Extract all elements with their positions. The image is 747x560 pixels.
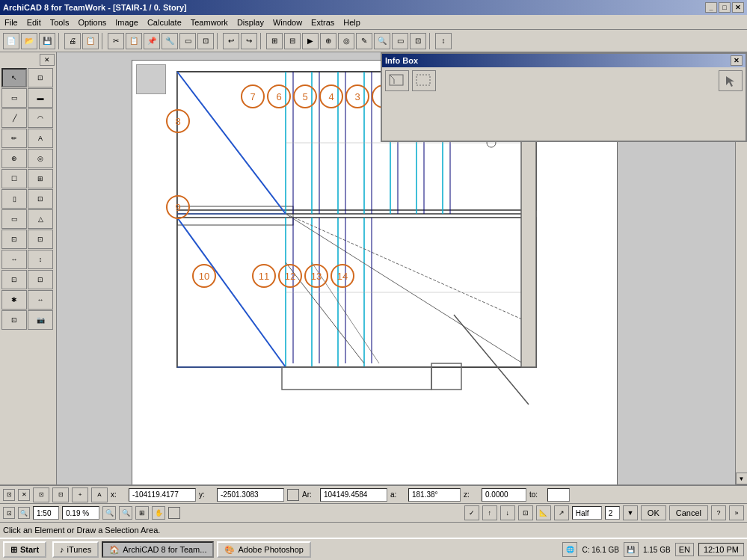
arrow-btn[interactable]: ↗ — [554, 505, 569, 520]
status-icon5[interactable]: + — [72, 487, 88, 502]
close-button[interactable]: ✕ — [732, 2, 744, 13]
zoom-fit-btn[interactable]: ⊞ — [135, 506, 149, 520]
y-field[interactable]: -2501.3083 — [217, 488, 284, 502]
menu-tools[interactable]: Tools — [46, 16, 74, 28]
toolbar-btn16[interactable]: ⊡ — [410, 33, 426, 49]
status-icon6[interactable]: A — [91, 487, 108, 502]
menu-extras[interactable]: Extras — [307, 16, 339, 28]
taskbar-photoshop[interactable]: 🎨 Adobe Photoshop — [217, 541, 310, 558]
measure-btn[interactable]: 📐 — [536, 505, 551, 520]
info-box-arrow-btn[interactable] — [719, 70, 743, 91]
toolbar-paste[interactable]: 📌 — [144, 33, 160, 49]
half-field[interactable]: Half — [572, 506, 602, 520]
tool-text[interactable]: ✏ — [1, 129, 27, 148]
z-field[interactable]: 0.0000 — [482, 488, 526, 502]
tool-column[interactable]: ⊡ — [28, 189, 53, 209]
left-toolbar-close[interactable]: ✕ — [40, 54, 55, 66]
toolbar-btn13[interactable]: ✎ — [356, 33, 372, 49]
toolbar-btn5[interactable]: 🔧 — [162, 33, 178, 49]
bottom-icon2[interactable]: 🔍 — [18, 507, 30, 519]
status-icon3[interactable]: ⊡ — [33, 487, 49, 502]
toolbar-open[interactable]: 📂 — [21, 33, 37, 49]
tool-object[interactable]: ⊡ — [28, 230, 53, 249]
zoom-in-btn[interactable]: 🔍 — [119, 506, 132, 520]
menu-edit[interactable]: Edit — [22, 16, 46, 28]
taskbar-itunes[interactable]: ♪ iTunes — [52, 541, 99, 558]
zoom-pan-btn[interactable]: ✋ — [152, 506, 165, 520]
tool-dimension[interactable]: ↔ — [1, 250, 27, 269]
ok-button[interactable]: OK — [641, 505, 666, 520]
tool-roof[interactable]: △ — [28, 209, 53, 229]
status-icon1[interactable]: ⊡ — [3, 489, 15, 501]
scale-field[interactable]: 1:50 — [33, 506, 59, 520]
half-num-field[interactable]: 2 — [605, 506, 620, 520]
minimize-button[interactable]: _ — [705, 2, 717, 13]
toolbar-redo[interactable]: ↪ — [241, 33, 257, 49]
tool-door[interactable]: ☐ — [1, 169, 27, 188]
zoom-field[interactable]: 0.19 % — [62, 506, 99, 520]
to-field[interactable] — [547, 488, 570, 502]
dropdown-btn[interactable]: ▼ — [623, 505, 638, 520]
info-box-btn2[interactable] — [412, 70, 436, 91]
toolbar-undo[interactable]: ↩ — [223, 33, 239, 49]
tool-arrow[interactable]: ↖ — [1, 68, 27, 87]
info-box-close[interactable]: ✕ — [731, 55, 743, 66]
canvas-area[interactable]: Info Box ✕ — [57, 52, 747, 484]
info-box-btn1[interactable] — [385, 70, 409, 91]
tool-arc[interactable]: ◠ — [28, 108, 53, 128]
start-button[interactable]: ⊞ Start — [3, 541, 46, 558]
tool-rect[interactable]: ▬ — [28, 88, 53, 108]
tool-wall[interactable]: ▯ — [1, 189, 27, 209]
toolbar-btn9[interactable]: ⊟ — [284, 33, 301, 49]
menu-file[interactable]: File — [0, 16, 22, 28]
cancel-button[interactable]: Cancel — [669, 505, 708, 520]
calc-btn[interactable]: ⊡ — [518, 505, 533, 520]
bottom-icon1[interactable]: ⊡ — [3, 507, 15, 519]
ar-field[interactable]: 104149.4584 — [320, 488, 387, 502]
check-btn[interactable]: ✓ — [464, 505, 479, 520]
help-btn[interactable]: ? — [711, 505, 726, 520]
toolbar-save[interactable]: 💾 — [39, 33, 55, 49]
scroll-down[interactable]: ▼ — [736, 473, 748, 484]
tool-polyline[interactable]: ╱ — [1, 108, 27, 128]
tool-window[interactable]: ⊞ — [28, 169, 53, 188]
toolbar-btn10[interactable]: ▶ — [302, 33, 319, 49]
toolbar-copy[interactable]: 📋 — [126, 33, 142, 49]
tool-select-box[interactable]: ⊡ — [28, 68, 53, 87]
toolbar-print2[interactable]: 📋 — [82, 33, 99, 49]
tool-elevation[interactable]: ↔ — [28, 290, 53, 310]
zoom-out-btn[interactable]: 🔍 — [102, 506, 116, 520]
tool-stair[interactable]: ⊡ — [1, 230, 27, 249]
tool-figure[interactable]: ◎ — [28, 149, 53, 168]
toolbar-cut[interactable]: ✂ — [108, 33, 124, 49]
up-btn[interactable]: ↑ — [482, 505, 497, 520]
menu-help[interactable]: Help — [339, 16, 365, 28]
tool-line[interactable]: ▭ — [1, 88, 27, 108]
toolbar-btn17[interactable]: ↕ — [435, 33, 452, 49]
expand-btn[interactable]: » — [729, 505, 744, 520]
tool-slab[interactable]: ▭ — [1, 209, 27, 229]
tool-radial-dim[interactable]: ↕ — [28, 250, 53, 269]
a-field[interactable]: 181.38° — [408, 488, 461, 502]
menu-window[interactable]: Window — [268, 16, 307, 28]
tool-level-dim[interactable]: ⊡ — [1, 270, 27, 289]
tool-camera2[interactable]: 📷 — [28, 310, 53, 330]
status-icon4[interactable]: ⊡ — [52, 487, 69, 502]
tool-angle-dim[interactable]: ⊡ — [28, 270, 53, 289]
toolbar-btn12[interactable]: ◎ — [338, 33, 354, 49]
menu-options[interactable]: Options — [73, 16, 111, 28]
tool-label[interactable]: A — [28, 129, 53, 148]
down-btn[interactable]: ↓ — [500, 505, 515, 520]
menu-display[interactable]: Display — [233, 16, 268, 28]
toolbar-btn14[interactable]: 🔍 — [374, 33, 390, 49]
maximize-button[interactable]: □ — [719, 2, 731, 13]
taskbar-archicad[interactable]: 🏠 ArchiCAD 8 for Team... — [102, 541, 214, 558]
toolbar-print[interactable]: 🖨 — [64, 33, 81, 49]
menu-image[interactable]: Image — [111, 16, 143, 28]
toolbar-btn11[interactable]: ⊕ — [320, 33, 336, 49]
tool-camera[interactable]: ⊡ — [1, 310, 27, 330]
tool-fill[interactable]: ⊕ — [1, 149, 27, 168]
disk-icon[interactable]: 💾 — [624, 542, 639, 557]
toolbar-new[interactable]: 📄 — [3, 33, 19, 49]
toolbar-btn15[interactable]: ▭ — [392, 33, 408, 49]
